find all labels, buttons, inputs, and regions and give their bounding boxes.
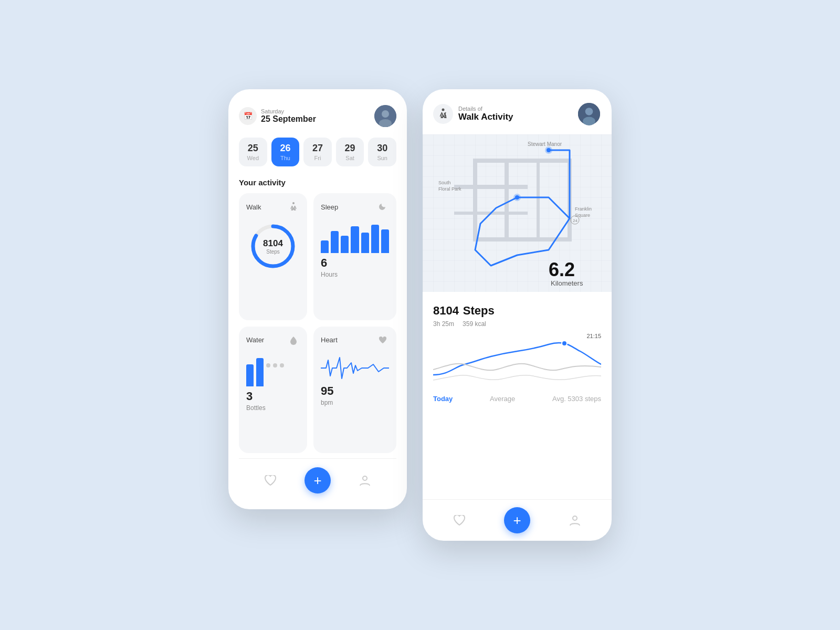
heart-card-title: Heart (321, 336, 338, 344)
water-bar-2 (256, 358, 264, 386)
water-dot-1 (266, 363, 270, 368)
sleep-card-header: Sleep (321, 201, 389, 213)
svg-point-6 (363, 476, 367, 480)
chart-time-label: 21:15 (586, 333, 601, 339)
chart-area: 21:15 (423, 328, 612, 391)
svg-point-10 (583, 117, 595, 125)
water-dot-3 (280, 363, 284, 368)
map-area: Stewart Manor South Floral Park Franklin… (423, 134, 612, 292)
sleep-bar-2 (331, 231, 339, 253)
walk-icon (287, 201, 300, 213)
stats-meta: 3h 25m 359 kcal (433, 320, 601, 328)
heart-value: 95 (321, 384, 389, 398)
date-block: 📅 Saturday 25 September (239, 107, 316, 125)
svg-text:Franklin: Franklin (575, 206, 592, 212)
svg-text:South: South (438, 180, 451, 185)
sleep-bar-6 (371, 225, 379, 253)
svg-point-26 (562, 341, 567, 346)
right-title-block: Details of Walk Activity (458, 106, 513, 122)
sleep-bar-3 (341, 236, 349, 253)
right-phone: Details of Walk Activity (423, 89, 612, 541)
svg-point-27 (573, 516, 577, 520)
activity-section-title: Your activity (239, 178, 396, 187)
stats-section: 8104 Steps 3h 25m 359 kcal (423, 292, 612, 328)
calendar-icon: 📅 (239, 107, 257, 125)
calories-stat: 359 kcal (463, 320, 486, 328)
sleep-bar-4 (351, 226, 359, 253)
heart-icon (376, 334, 389, 346)
svg-text:Square: Square (575, 213, 590, 218)
sleep-bar-7 (381, 229, 389, 253)
right-favorites-nav-icon[interactable] (452, 512, 467, 528)
sleep-unit: Hours (321, 271, 389, 278)
walk-card-header: Walk (246, 201, 300, 213)
favorites-nav-icon[interactable] (262, 472, 278, 488)
steps-display: 8104 Steps (433, 301, 601, 318)
heart-card-header: Heart (321, 334, 389, 346)
steps-label: Steps (463, 304, 495, 317)
legend-avg-steps: Avg. 5303 steps (552, 395, 601, 403)
right-avatar (577, 102, 601, 126)
svg-point-14 (547, 148, 551, 152)
date-selector: 25 Wed 26 Thu 27 Fri 29 Sat 30 Sun (239, 138, 396, 166)
walk-card-title: Walk (246, 203, 261, 211)
svg-text:Kilometers: Kilometers (551, 279, 583, 287)
chart-svg (433, 333, 601, 391)
sleep-card-title: Sleep (321, 203, 338, 211)
walk-steps-value: 8104 (263, 238, 283, 249)
walk-activity-icon (433, 104, 453, 124)
water-dot-2 (273, 363, 277, 368)
date-chip-26[interactable]: 26 Thu (271, 138, 300, 166)
right-bottom-nav: + (423, 499, 612, 541)
walk-circle: 8104 Steps (246, 223, 300, 270)
details-of-label: Details of (458, 106, 513, 112)
date-label: 25 September (261, 114, 316, 123)
legend-today[interactable]: Today (433, 395, 453, 403)
time-stat: 3h 25m (433, 320, 454, 328)
svg-text:6.2: 6.2 (549, 259, 575, 280)
date-chip-29[interactable]: 29 Sat (336, 138, 364, 166)
date-chip-27[interactable]: 27 Fri (303, 138, 332, 166)
sleep-bar-5 (361, 233, 369, 253)
avatar (374, 105, 396, 127)
sleep-value: 6 (321, 256, 389, 270)
date-chip-30[interactable]: 30 Sun (368, 138, 396, 166)
left-header: 📅 Saturday 25 September (239, 105, 396, 127)
walk-card: Walk (239, 193, 307, 320)
profile-nav-icon[interactable] (357, 472, 373, 488)
right-profile-nav-icon[interactable] (567, 512, 583, 528)
water-bar-1 (246, 364, 254, 386)
water-bars (246, 355, 300, 386)
right-header-left: Details of Walk Activity (433, 104, 513, 124)
map-svg: Stewart Manor South Floral Park Franklin… (423, 134, 612, 292)
heart-card: Heart 95 bpm (313, 327, 396, 454)
heart-wave (321, 355, 389, 381)
day-label: Saturday (261, 108, 316, 114)
sleep-bars (321, 222, 389, 253)
water-icon (287, 334, 300, 346)
svg-point-9 (585, 108, 593, 116)
left-phone: 📅 Saturday 25 September 25 Wed (228, 89, 407, 509)
water-card-title: Water (246, 336, 264, 344)
left-bottom-nav: + (239, 458, 396, 499)
add-nav-button[interactable]: + (304, 467, 331, 494)
sleep-card: Sleep 6 Hours (313, 193, 396, 320)
date-text: Saturday 25 September (261, 108, 316, 124)
walk-activity-title: Walk Activity (458, 112, 513, 122)
water-card-header: Water (246, 334, 300, 346)
walk-steps-unit: Steps (263, 249, 283, 255)
date-chip-25[interactable]: 25 Wed (239, 138, 267, 166)
right-plus-icon: + (513, 512, 521, 529)
svg-point-7 (442, 109, 445, 111)
sleep-bar-1 (321, 240, 329, 253)
heart-unit: bpm (321, 399, 389, 406)
svg-text:Stewart Manor: Stewart Manor (528, 141, 562, 147)
svg-point-16 (515, 195, 519, 200)
legend-average[interactable]: Average (490, 395, 515, 403)
water-value: 3 (246, 390, 300, 403)
right-add-nav-button[interactable]: + (504, 507, 530, 533)
screen-container: 📅 Saturday 25 September 25 Wed (207, 68, 633, 562)
water-card: Water 3 Bottles (239, 327, 307, 454)
plus-icon: + (313, 472, 321, 489)
svg-point-1 (382, 110, 389, 118)
